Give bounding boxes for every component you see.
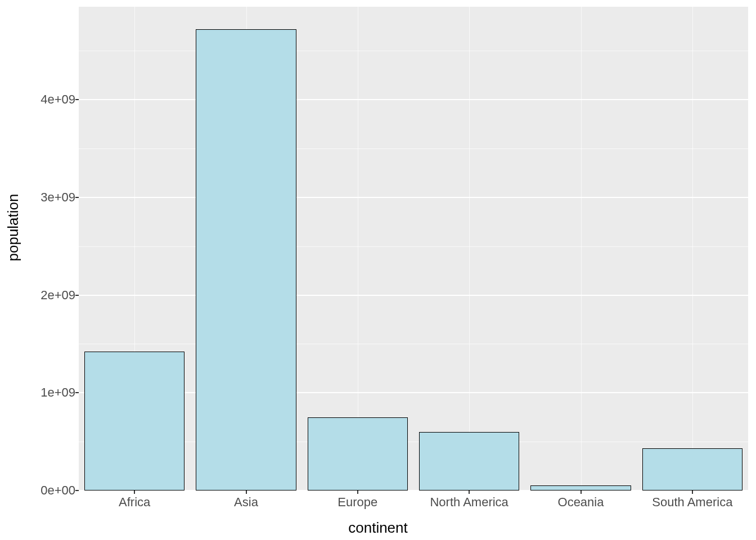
- grid-line-minor: [79, 344, 748, 344]
- x-tick-mark: [246, 490, 247, 494]
- y-tick-mark: [75, 99, 79, 100]
- x-tick-mark: [580, 490, 582, 494]
- y-tick-label: 4e+09: [14, 92, 75, 107]
- grid-line-minor: [79, 246, 748, 247]
- grid-line-major: [79, 295, 748, 296]
- y-tick-mark: [75, 392, 79, 393]
- chart-container: population continent 0e+001e+092e+093e+0…: [0, 0, 756, 540]
- plot-panel: [79, 7, 748, 490]
- x-tick-mark: [469, 490, 470, 494]
- y-tick-label: 0e+00: [14, 483, 75, 498]
- bar-africa: [84, 352, 185, 490]
- x-tick-label: South America: [652, 495, 732, 510]
- x-tick-mark: [134, 490, 135, 494]
- y-tick-mark: [75, 197, 79, 198]
- x-tick-mark: [357, 490, 358, 494]
- y-tick-label: 2e+09: [14, 288, 75, 303]
- grid-line-minor: [79, 148, 748, 149]
- y-tick-mark: [75, 295, 79, 296]
- x-tick-label: Asia: [234, 495, 258, 510]
- grid-line-minor: [79, 51, 748, 51]
- y-tick-label: 1e+09: [14, 385, 75, 400]
- y-tick-mark: [75, 490, 79, 491]
- grid-line-major: [79, 197, 748, 198]
- x-axis-title: continent: [0, 519, 756, 537]
- grid-line-vertical: [469, 7, 470, 490]
- bar-oceania: [530, 485, 631, 490]
- bar-asia: [196, 29, 296, 490]
- y-tick-label: 3e+09: [14, 190, 75, 205]
- bar-south-america: [642, 448, 743, 490]
- grid-line-vertical: [581, 7, 582, 490]
- x-tick-label: Africa: [119, 495, 150, 510]
- x-tick-mark: [692, 490, 693, 494]
- x-tick-label: North America: [430, 495, 508, 510]
- x-tick-label: Oceania: [558, 495, 604, 510]
- x-tick-label: Europe: [338, 495, 377, 510]
- bar-europe: [308, 417, 408, 490]
- bar-north-america: [419, 432, 520, 490]
- grid-line-vertical: [692, 7, 693, 490]
- grid-line-major: [79, 99, 748, 100]
